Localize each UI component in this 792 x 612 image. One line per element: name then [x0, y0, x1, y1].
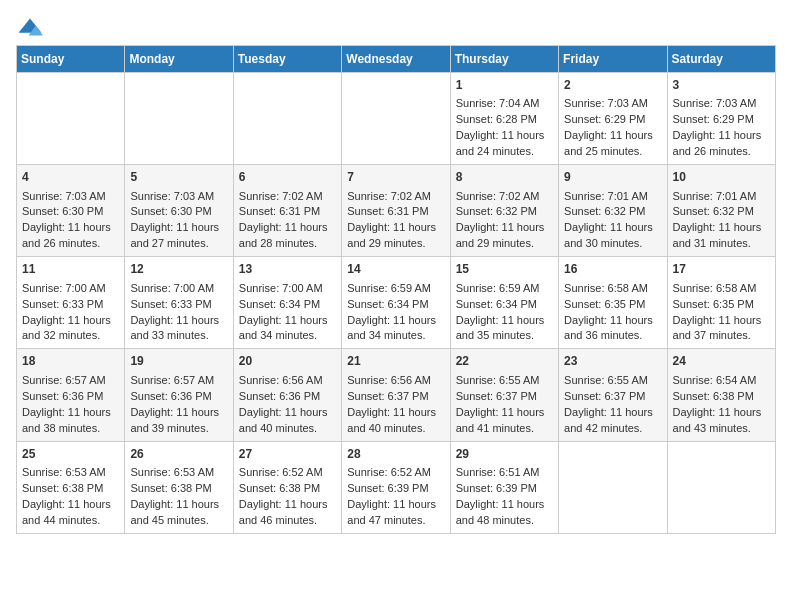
- day-info: and 38 minutes.: [22, 421, 119, 437]
- day-info: and 29 minutes.: [456, 236, 553, 252]
- day-info: Sunrise: 7:00 AM: [130, 281, 227, 297]
- day-info: Sunset: 6:32 PM: [673, 204, 770, 220]
- day-info: Sunset: 6:32 PM: [456, 204, 553, 220]
- day-info: Sunset: 6:36 PM: [239, 389, 336, 405]
- day-info: Daylight: 11 hours: [456, 405, 553, 421]
- day-header-sunday: Sunday: [17, 46, 125, 73]
- calendar-header-row: SundayMondayTuesdayWednesdayThursdayFrid…: [17, 46, 776, 73]
- day-info: and 33 minutes.: [130, 328, 227, 344]
- calendar-cell: 14Sunrise: 6:59 AMSunset: 6:34 PMDayligh…: [342, 257, 450, 349]
- day-info: Sunrise: 6:57 AM: [130, 373, 227, 389]
- calendar-week-2: 4Sunrise: 7:03 AMSunset: 6:30 PMDaylight…: [17, 165, 776, 257]
- day-number: 22: [456, 353, 553, 370]
- calendar-cell: 5Sunrise: 7:03 AMSunset: 6:30 PMDaylight…: [125, 165, 233, 257]
- day-info: Sunset: 6:37 PM: [347, 389, 444, 405]
- day-info: and 39 minutes.: [130, 421, 227, 437]
- day-info: Daylight: 11 hours: [456, 220, 553, 236]
- day-info: Sunset: 6:29 PM: [564, 112, 661, 128]
- day-info: and 46 minutes.: [239, 513, 336, 529]
- day-info: and 26 minutes.: [22, 236, 119, 252]
- day-number: 29: [456, 446, 553, 463]
- day-info: Sunset: 6:30 PM: [130, 204, 227, 220]
- day-number: 28: [347, 446, 444, 463]
- day-number: 10: [673, 169, 770, 186]
- day-info: Sunset: 6:39 PM: [347, 481, 444, 497]
- day-info: and 36 minutes.: [564, 328, 661, 344]
- day-info: and 34 minutes.: [239, 328, 336, 344]
- calendar-week-1: 1Sunrise: 7:04 AMSunset: 6:28 PMDaylight…: [17, 73, 776, 165]
- day-info: and 32 minutes.: [22, 328, 119, 344]
- day-info: and 24 minutes.: [456, 144, 553, 160]
- day-number: 13: [239, 261, 336, 278]
- day-info: Sunset: 6:30 PM: [22, 204, 119, 220]
- calendar-cell: 17Sunrise: 6:58 AMSunset: 6:35 PMDayligh…: [667, 257, 775, 349]
- day-info: Sunset: 6:37 PM: [456, 389, 553, 405]
- day-info: Sunrise: 7:03 AM: [22, 189, 119, 205]
- day-number: 19: [130, 353, 227, 370]
- calendar-cell: 6Sunrise: 7:02 AMSunset: 6:31 PMDaylight…: [233, 165, 341, 257]
- day-info: and 42 minutes.: [564, 421, 661, 437]
- day-info: Daylight: 11 hours: [564, 405, 661, 421]
- day-number: 17: [673, 261, 770, 278]
- calendar-cell: 19Sunrise: 6:57 AMSunset: 6:36 PMDayligh…: [125, 349, 233, 441]
- day-info: Daylight: 11 hours: [22, 313, 119, 329]
- day-info: and 47 minutes.: [347, 513, 444, 529]
- calendar-cell: 8Sunrise: 7:02 AMSunset: 6:32 PMDaylight…: [450, 165, 558, 257]
- day-number: 4: [22, 169, 119, 186]
- day-number: 27: [239, 446, 336, 463]
- calendar-cell: 15Sunrise: 6:59 AMSunset: 6:34 PMDayligh…: [450, 257, 558, 349]
- calendar-week-3: 11Sunrise: 7:00 AMSunset: 6:33 PMDayligh…: [17, 257, 776, 349]
- day-info: and 44 minutes.: [22, 513, 119, 529]
- day-info: Daylight: 11 hours: [673, 128, 770, 144]
- day-info: Sunrise: 6:52 AM: [347, 465, 444, 481]
- day-info: Daylight: 11 hours: [22, 220, 119, 236]
- day-info: and 28 minutes.: [239, 236, 336, 252]
- day-info: and 30 minutes.: [564, 236, 661, 252]
- calendar-cell: 9Sunrise: 7:01 AMSunset: 6:32 PMDaylight…: [559, 165, 667, 257]
- calendar-week-5: 25Sunrise: 6:53 AMSunset: 6:38 PMDayligh…: [17, 441, 776, 533]
- day-info: Sunrise: 6:52 AM: [239, 465, 336, 481]
- day-info: Daylight: 11 hours: [239, 313, 336, 329]
- day-info: Daylight: 11 hours: [130, 313, 227, 329]
- day-number: 15: [456, 261, 553, 278]
- calendar-cell: 12Sunrise: 7:00 AMSunset: 6:33 PMDayligh…: [125, 257, 233, 349]
- calendar-cell: 13Sunrise: 7:00 AMSunset: 6:34 PMDayligh…: [233, 257, 341, 349]
- day-info: Sunset: 6:31 PM: [239, 204, 336, 220]
- day-info: and 29 minutes.: [347, 236, 444, 252]
- day-info: and 34 minutes.: [347, 328, 444, 344]
- day-info: Daylight: 11 hours: [673, 313, 770, 329]
- day-number: 24: [673, 353, 770, 370]
- calendar-cell: 25Sunrise: 6:53 AMSunset: 6:38 PMDayligh…: [17, 441, 125, 533]
- day-number: 16: [564, 261, 661, 278]
- day-header-friday: Friday: [559, 46, 667, 73]
- day-number: 18: [22, 353, 119, 370]
- day-info: Daylight: 11 hours: [347, 313, 444, 329]
- day-number: 7: [347, 169, 444, 186]
- day-info: Daylight: 11 hours: [22, 497, 119, 513]
- calendar-cell: 3Sunrise: 7:03 AMSunset: 6:29 PMDaylight…: [667, 73, 775, 165]
- day-info: Daylight: 11 hours: [456, 128, 553, 144]
- calendar-cell: [125, 73, 233, 165]
- day-info: and 43 minutes.: [673, 421, 770, 437]
- day-info: Sunrise: 6:56 AM: [347, 373, 444, 389]
- day-number: 20: [239, 353, 336, 370]
- day-info: Sunrise: 7:04 AM: [456, 96, 553, 112]
- calendar-cell: 28Sunrise: 6:52 AMSunset: 6:39 PMDayligh…: [342, 441, 450, 533]
- day-info: and 26 minutes.: [673, 144, 770, 160]
- day-info: Sunset: 6:36 PM: [130, 389, 227, 405]
- day-info: and 31 minutes.: [673, 236, 770, 252]
- logo: [16, 16, 48, 37]
- day-info: Sunrise: 6:55 AM: [564, 373, 661, 389]
- day-info: Daylight: 11 hours: [130, 220, 227, 236]
- day-info: Sunrise: 6:53 AM: [130, 465, 227, 481]
- day-info: and 35 minutes.: [456, 328, 553, 344]
- day-number: 8: [456, 169, 553, 186]
- day-info: and 41 minutes.: [456, 421, 553, 437]
- day-info: Sunset: 6:34 PM: [456, 297, 553, 313]
- day-info: Sunset: 6:37 PM: [564, 389, 661, 405]
- day-info: Sunset: 6:28 PM: [456, 112, 553, 128]
- day-info: Sunrise: 6:59 AM: [456, 281, 553, 297]
- day-info: Sunrise: 6:55 AM: [456, 373, 553, 389]
- calendar-cell: 4Sunrise: 7:03 AMSunset: 6:30 PMDaylight…: [17, 165, 125, 257]
- day-info: Sunrise: 7:03 AM: [130, 189, 227, 205]
